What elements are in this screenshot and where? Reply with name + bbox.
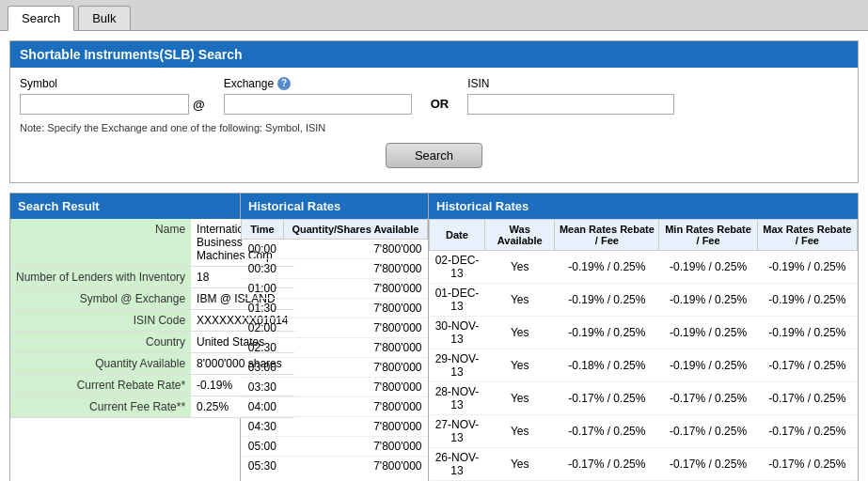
- date-row-max: -0.17% / 0.25%: [757, 382, 857, 415]
- main-content: Shortable Instruments(SLB) Search Symbol…: [0, 31, 868, 481]
- date-col-mean-rates: Mean Rates Rebate / Fee: [555, 220, 659, 251]
- hist-table: Time Quantity/Shares Available 00:007'80…: [241, 219, 428, 473]
- hist-table-row: 00:307'800'000: [242, 259, 428, 279]
- left-panel-header: Search Result: [10, 194, 240, 219]
- isin-input[interactable]: [467, 94, 674, 115]
- right-panel-header: Historical Rates: [429, 194, 858, 219]
- info-row-label: Quantity Available: [10, 353, 191, 375]
- left-panel: Search Result NameInternational Business…: [10, 194, 241, 481]
- info-row-label: Symbol @ Exchange: [10, 288, 191, 310]
- hist-table-row: 02:007'800'000: [242, 318, 428, 338]
- date-row-max: -0.19% / 0.25%: [757, 251, 857, 284]
- date-row-was_available: Yes: [484, 382, 554, 415]
- date-row-mean: -0.17% / 0.25%: [555, 415, 659, 448]
- date-row-was_available: Yes: [484, 448, 554, 481]
- date-row-mean: -0.19% / 0.25%: [555, 317, 659, 349]
- date-row-min: -0.19% / 0.25%: [659, 349, 757, 382]
- date-row-min: -0.17% / 0.25%: [659, 382, 757, 415]
- hist-row-time: 01:30: [242, 299, 284, 318]
- hist-row-time: 05:30: [242, 457, 284, 473]
- results-area: Search Result NameInternational Business…: [9, 193, 859, 481]
- hist-row-qty: 7'800'000: [283, 358, 427, 378]
- date-table-row: 29-NOV-13Yes-0.18% / 0.25%-0.19% / 0.25%…: [430, 349, 858, 382]
- date-row-min: -0.19% / 0.25%: [659, 251, 757, 284]
- search-button[interactable]: Search: [386, 143, 482, 168]
- symbol-field-group: Symbol @: [20, 77, 205, 115]
- hist-table-row: 05:307'800'000: [242, 457, 428, 473]
- at-sign: @: [193, 98, 205, 112]
- hist-table-row: 04:307'800'000: [242, 417, 428, 437]
- symbol-label: Symbol: [20, 77, 205, 90]
- hist-row-qty: 7'800'000: [283, 338, 427, 358]
- date-row-min: -0.17% / 0.25%: [659, 448, 757, 481]
- hist-row-qty: 7'800'000: [283, 457, 427, 473]
- hist-row-qty: 7'800'000: [283, 299, 427, 318]
- hist-row-time: 00:30: [242, 259, 284, 279]
- isin-field-group: ISIN: [467, 77, 848, 115]
- right-panel: Historical Rates Date Was Available Mean…: [429, 194, 858, 481]
- isin-label: ISIN: [467, 77, 848, 90]
- tab-search[interactable]: Search: [8, 6, 74, 31]
- hist-row-time: 03:30: [242, 378, 284, 397]
- exchange-label-row: Exchange ?: [224, 77, 412, 90]
- date-table: Date Was Available Mean Rates Rebate / F…: [429, 219, 858, 481]
- date-row-max: -0.19% / 0.25%: [757, 317, 857, 349]
- note-text: Note: Specify the Exchange and one of th…: [20, 122, 848, 133]
- tab-bulk[interactable]: Bulk: [78, 6, 130, 30]
- date-table-row: 01-DEC-13Yes-0.19% / 0.25%-0.19% / 0.25%…: [430, 284, 858, 317]
- hist-row-time: 00:00: [242, 240, 284, 259]
- date-row-min: -0.19% / 0.25%: [659, 317, 757, 349]
- info-row-label: Number of Lenders with Inventory: [10, 267, 191, 288]
- date-row-mean: -0.19% / 0.25%: [555, 251, 659, 284]
- date-row-date: 26-NOV-13: [430, 448, 485, 481]
- date-col-max-rates: Max Rates Rebate / Fee: [757, 220, 857, 251]
- hist-row-qty: 7'800'000: [283, 240, 427, 259]
- date-row-mean: -0.17% / 0.25%: [555, 448, 659, 481]
- tab-bar: Search Bulk: [0, 0, 868, 31]
- hist-table-row: 00:007'800'000: [242, 240, 428, 259]
- hist-row-time: 04:00: [242, 397, 284, 417]
- date-col-was-available: Was Available: [484, 220, 554, 251]
- info-row-label: Current Rebate Rate*: [10, 375, 191, 396]
- hist-row-time: 01:00: [242, 279, 284, 299]
- hist-row-time: 04:30: [242, 417, 284, 437]
- date-row-was_available: Yes: [484, 284, 554, 317]
- exchange-field-group: Exchange ?: [224, 77, 412, 115]
- date-table-row: 27-NOV-13Yes-0.17% / 0.25%-0.17% / 0.25%…: [430, 415, 858, 448]
- exchange-input[interactable]: [224, 94, 412, 115]
- date-row-max: -0.17% / 0.25%: [757, 349, 857, 382]
- search-fields-row: Symbol @ Exchange ? OR: [20, 77, 848, 115]
- date-table-row: 26-NOV-13Yes-0.17% / 0.25%-0.17% / 0.25%…: [430, 448, 858, 481]
- search-panel-header: Shortable Instruments(SLB) Search: [10, 41, 858, 68]
- hist-row-qty: 7'800'000: [283, 378, 427, 397]
- middle-scroll[interactable]: Time Quantity/Shares Available 00:007'80…: [241, 219, 428, 473]
- date-table-row: 02-DEC-13Yes-0.19% / 0.25%-0.19% / 0.25%…: [430, 251, 858, 284]
- date-row-was_available: Yes: [484, 251, 554, 284]
- date-row-date: 02-DEC-13: [430, 251, 485, 284]
- hist-row-qty: 7'800'000: [283, 279, 427, 299]
- hist-row-qty: 7'800'000: [283, 318, 427, 338]
- date-row-date: 27-NOV-13: [430, 415, 485, 448]
- hist-table-row: 04:007'800'000: [242, 397, 428, 417]
- date-row-mean: -0.18% / 0.25%: [555, 349, 659, 382]
- info-row-label: ISIN Code: [10, 310, 191, 332]
- date-row-date: 28-NOV-13: [430, 382, 485, 415]
- hist-col-time: Time: [242, 220, 284, 240]
- date-row-was_available: Yes: [484, 317, 554, 349]
- symbol-row: @: [20, 94, 205, 115]
- or-label: OR: [431, 97, 450, 115]
- date-row-max: -0.17% / 0.25%: [757, 415, 857, 448]
- hist-table-row: 02:307'800'000: [242, 338, 428, 358]
- symbol-input[interactable]: [20, 94, 189, 115]
- search-panel-body: Symbol @ Exchange ? OR: [10, 68, 858, 182]
- help-icon[interactable]: ?: [277, 77, 291, 90]
- hist-row-qty: 7'800'000: [283, 259, 427, 279]
- date-row-date: 30-NOV-13: [430, 317, 485, 349]
- date-table-row: 28-NOV-13Yes-0.17% / 0.25%-0.17% / 0.25%…: [430, 382, 858, 415]
- info-row-label: Current Fee Rate**: [10, 396, 191, 418]
- hist-row-qty: 7'800'000: [283, 417, 427, 437]
- info-row-label: Country: [10, 332, 191, 353]
- date-row-date: 29-NOV-13: [430, 349, 485, 382]
- search-panel: Shortable Instruments(SLB) Search Symbol…: [9, 40, 859, 183]
- date-row-mean: -0.19% / 0.25%: [555, 284, 659, 317]
